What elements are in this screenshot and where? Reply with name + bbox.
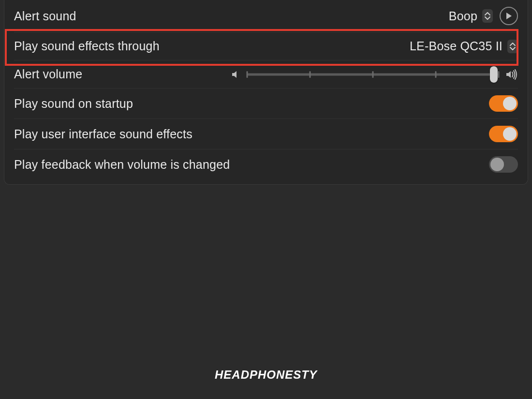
ui-sound-effects-toggle[interactable] <box>489 126 518 142</box>
alert-sound-label: Alert sound <box>14 9 76 23</box>
watermark-text: HEADPHONESTY <box>0 368 532 382</box>
play-alert-sound-button[interactable] <box>500 7 518 25</box>
play-icon <box>505 12 512 20</box>
row-alert-sound: Alert sound Boop <box>14 0 518 32</box>
volume-feedback-toggle[interactable] <box>489 156 518 173</box>
startup-sound-label: Play sound on startup <box>14 97 133 111</box>
alert-volume-label: Alert volume <box>14 67 82 81</box>
alert-sound-value: Boop <box>449 9 477 23</box>
sound-settings-panel: Alert sound Boop Play sound effects thro… <box>4 0 528 185</box>
play-through-value: LE-Bose QC35 II <box>410 39 502 53</box>
play-through-popup[interactable]: LE-Bose QC35 II <box>410 39 518 53</box>
chevron-up-down-icon <box>482 9 493 23</box>
row-volume-feedback: Play feedback when volume is changed <box>14 149 518 179</box>
row-ui-sound-effects: Play user interface sound effects <box>14 118 518 149</box>
alert-sound-popup[interactable]: Boop <box>449 9 493 23</box>
row-startup-sound: Play sound on startup <box>14 88 518 118</box>
startup-sound-toggle[interactable] <box>489 95 518 112</box>
chevron-up-down-icon <box>507 40 518 53</box>
alert-volume-slider[interactable] <box>247 68 499 81</box>
ui-sound-effects-label: Play user interface sound effects <box>14 127 192 141</box>
volume-low-icon <box>231 70 240 79</box>
row-play-through: Play sound effects through LE-Bose QC35 … <box>14 32 518 60</box>
volume-feedback-label: Play feedback when volume is changed <box>14 158 230 172</box>
row-alert-volume: Alert volume <box>14 60 518 88</box>
play-through-label: Play sound effects through <box>14 39 160 53</box>
volume-high-icon <box>505 69 518 80</box>
